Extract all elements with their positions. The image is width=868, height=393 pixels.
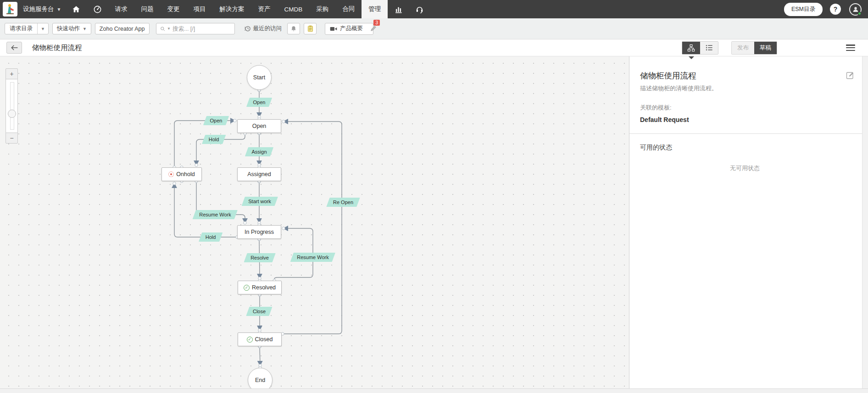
transition-label-t-resume-left[interactable]: Resume Work [194,210,236,219]
transition-label-text: Hold [204,135,224,144]
release-notes-button[interactable] [304,23,317,34]
zoom-in-button[interactable]: + [6,68,18,79]
video-camera-icon [330,26,337,32]
connection-port[interactable] [234,119,236,122]
list-icon [706,44,713,51]
app-logo[interactable] [3,2,17,17]
edge-onhold-open-open[interactable] [174,121,235,167]
dashboard-icon[interactable] [87,0,108,18]
view-toggle [682,41,718,55]
notifications-button[interactable] [287,23,300,34]
header-controls: 发布 草稿 [682,39,868,56]
zoho-creator-button[interactable]: Zoho Creator App [95,23,150,34]
search-scope-chevron-icon[interactable]: ▼ [167,27,171,31]
transition-label-t-hold-lower[interactable]: Hold [200,232,221,242]
chevron-down-icon: ▼ [57,7,61,12]
list-view-button[interactable] [700,42,718,54]
main-nav-tabs: 请求问题变更项目解决方案资产CMDB采购合同管理 [108,0,388,18]
headset-icon[interactable] [409,0,430,18]
state-node-s-closed[interactable]: ✓Closed [238,332,282,346]
publish-button[interactable]: 发布 [732,42,754,54]
edge-closed-to-end[interactable] [260,347,260,365]
clipboard-icon [307,25,313,32]
portal-switcher[interactable]: 设施服务台 ▼ [22,5,66,13]
state-label: Assigned [247,171,271,177]
state-node-s-open[interactable]: Open [237,119,281,133]
product-overview-label: 产品概要 [340,25,363,33]
connection-port[interactable] [195,164,198,166]
back-button[interactable] [6,42,22,54]
search-input[interactable] [172,26,231,32]
publish-draft-toggle: 发布 草稿 [731,41,777,55]
connection-port[interactable] [282,227,285,230]
workflow-canvas[interactable]: StartOpenOpenOpenHoldAssignOnholdAssigne… [0,56,629,393]
state-node-s-assigned[interactable]: Assigned [237,167,281,181]
esm-catalog-button[interactable]: ESM目录 [784,3,823,16]
transition-label-t-open-main[interactable]: Open [248,98,271,107]
nav-tab-5[interactable]: 资产 [251,0,277,18]
edit-icon[interactable] [846,71,854,81]
flow-view-button[interactable] [682,42,700,54]
draft-button[interactable]: 草稿 [754,42,777,54]
onhold-timer-icon [168,172,174,177]
transition-label-t-startwork[interactable]: Start work [243,197,276,206]
request-catalog-label: 请求目录 [5,25,37,33]
nav-tab-2[interactable]: 变更 [160,0,186,18]
state-label: Open [252,123,267,129]
product-overview-button[interactable]: 产品概要 [325,23,373,35]
pencil-icon[interactable] [370,25,377,34]
edge-closed-reopen-open[interactable] [283,122,342,334]
transition-label-text: Assign [246,147,272,156]
transition-label-t-close[interactable]: Close [248,307,271,316]
user-avatar[interactable] [849,3,862,16]
transition-label-t-resolve[interactable]: Resolve [245,253,274,262]
nav-tab-8[interactable]: 合同 [335,0,362,18]
state-node-s-resolved[interactable]: ✓Resolved [238,281,282,294]
connection-port[interactable] [173,182,176,185]
transition-label-t-hold-upper[interactable]: Hold [204,135,224,144]
search-box[interactable]: ▼ [156,23,235,34]
nav-tab-1[interactable]: 问题 [134,0,160,18]
product-overview-badge: 3 [373,20,380,26]
quick-actions-label: 快速动作 [57,25,80,33]
draft-label: 草稿 [760,44,771,52]
transition-label-t-resume-right[interactable]: Resume Work [292,253,334,262]
nav-tab-7[interactable]: 采购 [309,0,335,18]
reports-icon[interactable] [388,0,409,18]
transition-label-t-open-loop[interactable]: Open [205,116,228,125]
connection-port[interactable] [282,120,285,123]
transition-label-text: Resume Work [292,253,334,262]
content-area: StartOpenOpenOpenHoldAssignOnholdAssigne… [0,56,868,393]
request-catalog-dropdown[interactable]: 请求目录 ▼ [5,23,49,34]
zoom-slider-handle[interactable] [8,110,16,118]
zoom-slider[interactable] [6,79,18,133]
nav-tab-0[interactable]: 请求 [108,0,134,18]
state-label: Onhold [176,171,195,177]
state-label: Resolved [252,284,276,291]
help-button[interactable]: ? [830,4,841,15]
transition-label-text: Resume Work [194,210,236,219]
home-icon[interactable] [66,0,87,18]
panel-scrollbar[interactable] [862,56,868,393]
nav-tab-6[interactable]: CMDB [277,0,309,18]
state-node-s-inprogress[interactable]: In Progress [237,225,281,239]
transition-label-text: Hold [200,232,221,242]
nav-tab-9[interactable]: 管理 [362,0,388,18]
transition-label-t-assign[interactable]: Assign [246,147,272,156]
terminal-node-start[interactable]: Start [247,65,272,90]
connection-port[interactable] [244,221,246,224]
nav-tab-3[interactable]: 项目 [186,0,212,18]
nav-tab-4[interactable]: 解决方案 [212,0,251,18]
state-node-s-onhold[interactable]: Onhold [161,167,202,181]
recent-visits-button[interactable]: 最近的访问 [242,25,284,33]
workflow-edges [0,56,629,393]
transition-label-t-reopen[interactable]: Re Open [328,198,358,207]
menu-button[interactable] [846,44,855,51]
chevron-down-icon: ▼ [37,23,48,34]
horizontal-scrollbar[interactable] [0,388,868,393]
page-header: 储物柜使用流程 发布 草稿 [0,39,868,56]
template-value: Default Request [640,116,850,123]
transition-label-text: Start work [243,197,276,206]
zoom-out-button[interactable]: − [6,133,18,144]
quick-actions-dropdown[interactable]: 快速动作 ▼ [52,23,91,34]
